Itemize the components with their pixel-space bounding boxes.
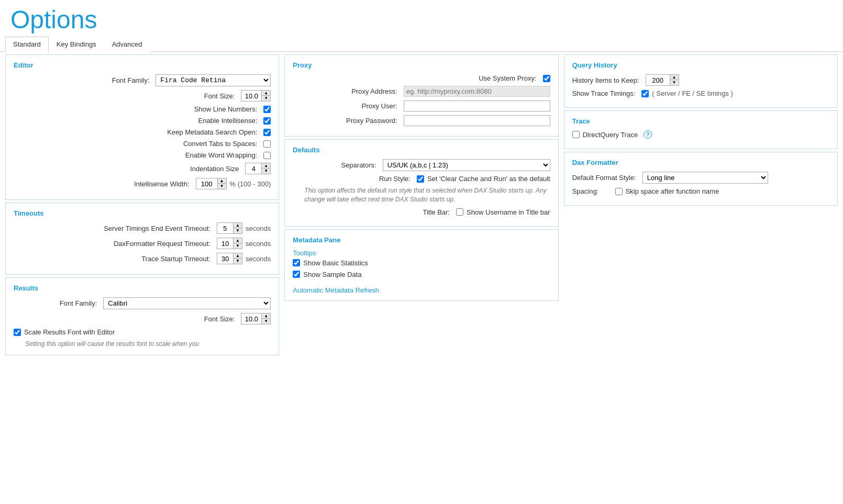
trace-title: Trace: [572, 117, 829, 125]
daxformatter-label: DaxFormatter Request Timeout:: [14, 240, 214, 248]
direct-query-row: DirectQuery Trace ?: [572, 130, 829, 139]
tabs-bar: Standard Key Bindings Advanced: [0, 37, 843, 52]
editor-panel: Editor Font Family: Fira Code Retina Fon…: [5, 54, 279, 200]
defaults-title: Defaults: [293, 146, 550, 154]
trace-startup-row: Trace Startup Timeout: 30 ▲ ▼ seconds: [14, 253, 271, 264]
indentation-input[interactable]: 4: [246, 164, 261, 174]
show-line-numbers-label: Show Line Numbers:: [14, 105, 260, 113]
show-basic-stats-row: Show Basic Statistics: [293, 259, 550, 267]
server-timings-row: Server Timings End Event Timeout: 5 ▲ ▼ …: [14, 222, 271, 234]
font-size-up[interactable]: ▲: [262, 91, 270, 96]
font-size-input[interactable]: 10.0: [241, 91, 261, 101]
indentation-down[interactable]: ▼: [262, 169, 270, 174]
font-size-down[interactable]: ▼: [262, 96, 270, 101]
indentation-up[interactable]: ▲: [262, 163, 270, 169]
results-font-family-label: Font Family:: [14, 299, 100, 307]
defaults-panel: Defaults Separators: US/UK (a,b,c | 1.23…: [284, 139, 558, 227]
daxformatter-down[interactable]: ▼: [234, 243, 242, 249]
intellisense-width-label: Intellisense Width:: [14, 180, 193, 188]
default-format-select[interactable]: Long line Short line: [642, 172, 768, 184]
proxy-address-input[interactable]: [404, 86, 550, 97]
enable-intellisense-row: Enable Intellisense:: [14, 117, 271, 125]
auto-refresh-link[interactable]: Automatic Metadata Refresh: [293, 286, 379, 294]
scale-results-note: Setting this option will cause the resul…: [14, 340, 271, 349]
server-timings-spinbox: 5 ▲ ▼: [217, 222, 242, 234]
separators-label: Separators:: [293, 161, 379, 169]
history-items-up[interactable]: ▲: [670, 75, 679, 80]
show-trace-timings-note: ( Server / FE / SE timings ): [652, 89, 733, 97]
show-line-numbers-checkbox[interactable]: [263, 106, 271, 113]
run-style-checkbox[interactable]: [417, 175, 424, 183]
scale-results-checkbox[interactable]: [14, 329, 21, 336]
query-history-panel: Query History History Items to Keep: 200…: [564, 54, 838, 108]
help-icon[interactable]: ?: [644, 130, 652, 139]
history-items-down[interactable]: ▼: [670, 80, 679, 85]
results-font-size-input[interactable]: 10.0: [241, 314, 261, 324]
convert-tabs-checkbox[interactable]: [263, 140, 271, 148]
show-trace-timings-checkbox[interactable]: [641, 90, 649, 97]
dax-formatter-panel: Dax Formatter Default Format Style: Long…: [564, 152, 838, 206]
enable-intellisense-checkbox[interactable]: [263, 117, 271, 125]
keep-metadata-row: Keep Metadata Search Open:: [14, 128, 271, 136]
proxy-user-input[interactable]: [404, 100, 550, 111]
results-font-size-down[interactable]: ▼: [262, 319, 270, 324]
intellisense-down[interactable]: ▼: [218, 184, 226, 189]
show-sample-data-row: Show Sample Data: [293, 271, 550, 278]
skip-space-label: Skip space after function name: [626, 187, 719, 195]
skip-space-checkbox[interactable]: [615, 188, 623, 195]
show-username-checkbox[interactable]: [456, 208, 463, 216]
trace-startup-down[interactable]: ▼: [234, 259, 242, 264]
proxy-title: Proxy: [293, 61, 550, 69]
separators-select[interactable]: US/UK (a,b,c | 1.23) EU (a;b;c | 1,23): [383, 159, 550, 171]
results-font-size-spinbox: 10.0 ▲ ▼: [241, 313, 271, 324]
font-family-select[interactable]: Fira Code Retina: [156, 74, 271, 86]
convert-tabs-row: Convert Tabs to Spaces:: [14, 140, 271, 148]
column-1: Editor Font Family: Fira Code Retina Fon…: [3, 52, 282, 358]
results-font-family-select[interactable]: Calibri: [103, 297, 271, 309]
trace-panel: Trace DirectQuery Trace ?: [564, 110, 838, 149]
proxy-password-label: Proxy Password:: [293, 117, 400, 125]
results-font-size-up[interactable]: ▲: [262, 313, 270, 319]
keep-metadata-checkbox[interactable]: [263, 129, 271, 136]
use-system-proxy-checkbox[interactable]: [543, 75, 550, 82]
tab-standard[interactable]: Standard: [5, 37, 49, 52]
daxformatter-input[interactable]: 10: [217, 239, 233, 249]
font-size-spinbox: 10.0 ▲ ▼: [241, 90, 271, 102]
server-timings-input[interactable]: 5: [217, 223, 233, 233]
proxy-password-input[interactable]: [404, 115, 550, 126]
proxy-address-row: Proxy Address:: [293, 86, 550, 97]
intellisense-spinbox: 100 ▲ ▼: [196, 178, 227, 189]
show-username-text: Show Username in Title bar: [467, 208, 550, 216]
show-basic-stats-checkbox[interactable]: [293, 259, 300, 266]
page-title: Options: [0, 0, 843, 37]
metadata-pane-title: Metadata Pane: [293, 236, 550, 244]
show-sample-data-checkbox[interactable]: [293, 271, 300, 278]
word-wrap-checkbox[interactable]: [263, 152, 271, 159]
query-history-title: Query History: [572, 61, 829, 69]
font-family-label: Font Family:: [14, 76, 152, 84]
results-font-family-row: Font Family: Calibri: [14, 297, 271, 309]
show-basic-stats-label: Show Basic Statistics: [303, 259, 368, 267]
intellisense-width-input[interactable]: 100: [196, 179, 217, 189]
history-items-label: History Items to Keep:: [572, 76, 639, 84]
scale-results-label: Scale Results Font with Editor: [24, 328, 115, 336]
results-panel: Results Font Family: Calibri Font Size: …: [5, 277, 279, 355]
direct-query-checkbox[interactable]: [572, 131, 580, 138]
run-style-row: Run Style: Set 'Clear Cache and Run' as …: [293, 175, 550, 183]
history-items-input[interactable]: 200: [646, 75, 670, 85]
intellisense-unit: % (100 - 300): [230, 180, 271, 188]
trace-startup-unit: seconds: [246, 255, 271, 263]
word-wrap-row: Enable Word Wrapping:: [14, 151, 271, 159]
history-items-spinbox: 200 ▲ ▼: [646, 74, 679, 86]
daxformatter-up[interactable]: ▲: [234, 238, 242, 243]
trace-startup-input[interactable]: 30: [217, 254, 233, 264]
run-style-text: Set 'Clear Cache and Run' as the default: [427, 175, 550, 183]
tab-keybindings[interactable]: Key Bindings: [49, 37, 104, 52]
column-2: Proxy Use System Proxy: Proxy Address: P…: [282, 52, 561, 358]
trace-startup-up[interactable]: ▲: [234, 253, 242, 259]
server-timings-down[interactable]: ▼: [234, 228, 242, 233]
intellisense-up[interactable]: ▲: [218, 178, 226, 184]
tab-advanced[interactable]: Advanced: [104, 37, 150, 52]
proxy-address-label: Proxy Address:: [293, 87, 400, 95]
server-timings-up[interactable]: ▲: [234, 223, 242, 228]
